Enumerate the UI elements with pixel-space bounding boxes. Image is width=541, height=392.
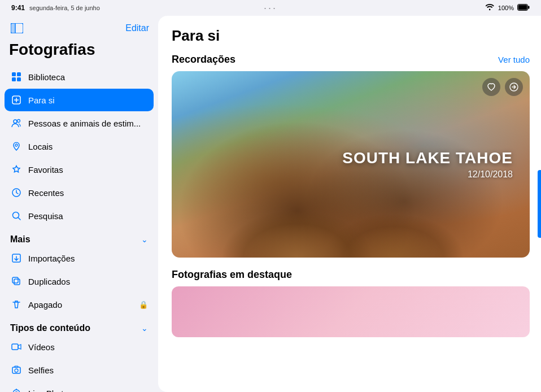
sidebar-item-live-photos[interactable]: Live Photos — [5, 382, 154, 392]
apagado-badge: 🔒 — [139, 300, 148, 309]
importacoes-label: Importações — [28, 254, 148, 263]
import-icon — [10, 252, 23, 264]
places-icon — [10, 140, 23, 153]
duplicate-icon — [10, 275, 23, 288]
favorites-icon — [10, 163, 23, 176]
battery-icon — [517, 4, 530, 12]
favoritas-label: Favoritas — [28, 165, 148, 175]
sidebar-app-title: Fotografias — [0, 38, 158, 66]
memory-date: 12/10/2018 — [342, 169, 513, 179]
library-icon — [10, 71, 23, 83]
selfies-label: Selfies — [28, 365, 148, 375]
battery-percentage: 100% — [498, 5, 514, 11]
memory-title: SOUTH LAKE TAHOE — [342, 150, 513, 167]
memory-title-overlay: SOUTH LAKE TAHOE 12/10/2018 — [342, 150, 513, 180]
video-icon — [10, 341, 23, 353]
locais-label: Locais — [28, 142, 148, 151]
recordacoes-title: Recordações — [172, 54, 235, 66]
sidebar-item-importacoes[interactable]: Importações — [5, 247, 154, 269]
svg-rect-2 — [518, 5, 527, 10]
sidebar-header: Editar — [0, 16, 158, 38]
svg-rect-8 — [12, 77, 16, 81]
sidebar-item-videos[interactable]: Vídeos — [5, 336, 154, 358]
section-mais-header[interactable]: Mais ⌄ — [5, 228, 154, 247]
people-icon — [10, 117, 23, 129]
sidebar-item-selfies[interactable]: Selfies — [5, 359, 154, 381]
svg-rect-19 — [14, 279, 20, 285]
recentes-label: Recentes — [28, 188, 148, 198]
share-button[interactable] — [505, 78, 523, 96]
sidebar-item-pessoas[interactable]: Pessoas e animais de estim... — [5, 112, 154, 134]
sidebar-item-duplicados[interactable]: Duplicados — [5, 270, 154, 293]
recordacoes-header: Recordações Ver tudo — [172, 54, 530, 66]
trash-icon — [10, 298, 23, 311]
svg-rect-9 — [17, 77, 21, 81]
sidebar-item-recentes[interactable]: Recentes — [5, 181, 154, 204]
status-time: 9:41 — [11, 4, 25, 12]
selfie-icon — [10, 364, 23, 376]
sidebar-toggle-icon[interactable] — [9, 20, 25, 36]
pessoas-label: Pessoas e animais de estim... — [28, 119, 148, 128]
favorite-button[interactable] — [482, 78, 500, 96]
featured-preview[interactable] — [172, 286, 530, 337]
search-sidebar-icon — [10, 210, 23, 222]
sidebar-item-locais[interactable]: Locais — [5, 135, 154, 158]
live-photos-label: Live Photos — [28, 389, 148, 393]
svg-rect-21 — [12, 344, 18, 350]
main-page-title: Para si — [172, 27, 530, 45]
section-tipos-header[interactable]: Tipos de conteúdo ⌄ — [5, 316, 154, 336]
videos-label: Vídeos — [28, 342, 148, 352]
section-tipos-title: Tipos de conteúdo — [10, 323, 90, 333]
see-all-button[interactable]: Ver tudo — [498, 55, 530, 64]
svg-rect-1 — [528, 6, 530, 9]
svg-rect-20 — [12, 277, 18, 283]
svg-point-14 — [18, 120, 20, 123]
memory-card[interactable]: SOUTH LAKE TAHOE 12/10/2018 — [172, 71, 530, 258]
sidebar-item-para-si[interactable]: Para si — [5, 89, 154, 111]
app-container: Editar Fotografias Biblioteca — [0, 16, 541, 392]
sidebar-item-pesquisa[interactable]: Pesquisa — [5, 204, 154, 227]
sidebar-mais-items: Importações Duplicados — [0, 247, 158, 316]
top-dots: ··· — [261, 0, 280, 16]
section-mais-chevron[interactable]: ⌄ — [141, 235, 148, 244]
edit-button[interactable]: Editar — [125, 23, 149, 33]
section-mais-title: Mais — [10, 234, 30, 245]
status-date: segunda-feira, 5 de junho — [29, 5, 100, 11]
apagado-label: Apagado — [28, 300, 133, 310]
pesquisa-label: Pesquisa — [28, 211, 148, 221]
svg-rect-6 — [12, 72, 16, 76]
sidebar-tipos-items: Vídeos Selfies — [0, 336, 158, 392]
sidebar: Editar Fotografias Biblioteca — [0, 16, 158, 392]
sidebar-item-apagado[interactable]: Apagado 🔒 — [5, 293, 154, 316]
main-content: Para si Recordações Ver tudo — [158, 16, 541, 392]
recents-icon — [10, 186, 23, 199]
sidebar-main-items: Biblioteca Para si — [0, 66, 158, 228]
biblioteca-label: Biblioteca — [28, 72, 148, 82]
wifi-icon — [486, 4, 495, 12]
memory-actions — [482, 78, 523, 96]
svg-rect-7 — [17, 72, 21, 76]
featured-section-title: Fotografias em destaque — [172, 269, 530, 281]
status-bar: 9:41 segunda-feira, 5 de junho ··· 100% — [0, 0, 541, 16]
for-you-icon — [10, 94, 23, 106]
svg-point-13 — [14, 120, 17, 123]
svg-point-17 — [13, 212, 19, 219]
sidebar-item-biblioteca[interactable]: Biblioteca — [5, 66, 154, 88]
svg-point-15 — [15, 144, 18, 146]
para-si-label: Para si — [28, 95, 148, 105]
sidebar-item-favoritas[interactable]: Favoritas — [5, 158, 154, 181]
duplicados-label: Duplicados — [28, 277, 148, 286]
right-edge-indicator — [538, 170, 541, 238]
svg-rect-4 — [11, 23, 15, 33]
svg-point-23 — [15, 369, 18, 372]
section-tipos-chevron[interactable]: ⌄ — [141, 324, 148, 333]
live-photo-icon — [10, 387, 23, 392]
